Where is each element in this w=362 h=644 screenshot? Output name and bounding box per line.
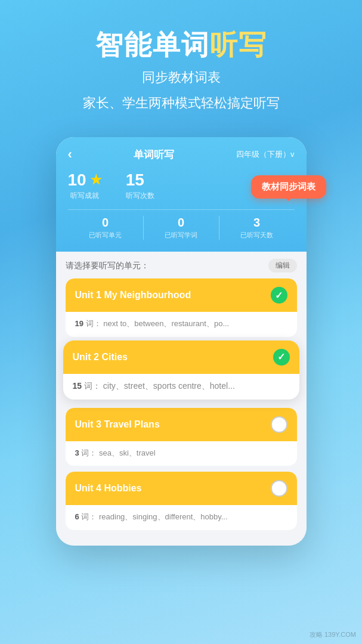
stat-days-done: 3 已听写天数 (219, 216, 295, 240)
unit2-words-preview: city、street、sports centre、hotel... (103, 381, 235, 391)
unit2-word-count: 15 (73, 381, 82, 391)
section-label: 请选择要听写的单元： (66, 261, 149, 271)
section-header: 请选择要听写的单元： 编辑 (66, 259, 297, 273)
unit1-check-icon: ✓ (271, 287, 287, 304)
stat-days-done-value: 3 (219, 216, 295, 230)
stat-words-done-label: 已听写学词 (144, 231, 219, 240)
stat-words-done-value: 0 (144, 216, 219, 230)
unit4-header[interactable]: Unit 4 Hobbies (66, 472, 297, 505)
tooltip-label: 教材同步词表 (262, 181, 315, 191)
stat-words-done: 0 已听写学词 (144, 216, 219, 240)
unit3-words-preview: sea、ski、travel (99, 448, 156, 457)
unit1-words: 19 词： next to、between、restaurant、po... (66, 312, 297, 337)
stat-units-done-label: 已听写单元 (68, 231, 143, 240)
stat-units-done-value: 0 (68, 216, 143, 230)
stat-count: 15 听写次数 (126, 171, 154, 201)
nav-title: 单词听写 (134, 148, 174, 162)
watermark: 攻略 139Y.COM (310, 630, 356, 639)
nav-grade: 四年级（下册）v (236, 149, 295, 160)
tooltip-badge: 教材同步词表 (251, 175, 326, 199)
stat-achievement-value: 10 ★ (68, 171, 102, 190)
stat-achievement-label: 听写成就 (68, 191, 102, 201)
unit4-word-count: 6 (75, 512, 79, 521)
unit-item-2[interactable]: Unit 2 Cities ✓ 15 词： city、street、sports… (63, 340, 299, 400)
stat-count-value: 15 (126, 171, 154, 190)
edit-button[interactable]: 编辑 (268, 259, 297, 273)
phone-nav: ‹ 单词听写 四年级（下册）v (68, 147, 295, 162)
unit4-words: 6 词： reading、singing、different、hobby... (66, 505, 297, 530)
unit1-name: Unit 1 My Neighbourhood (75, 290, 191, 301)
unit2-header[interactable]: Unit 2 Cities ✓ (63, 340, 299, 374)
unit2-words: 15 词： city、street、sports centre、hotel... (63, 374, 299, 400)
unit-item-1[interactable]: Unit 1 My Neighbourhood ✓ 19 词： next to、… (66, 278, 297, 337)
stat-achievement: 10 ★ 听写成就 (68, 171, 102, 201)
stats-secondary: 0 已听写单元 0 已听写学词 3 已听写天数 (68, 209, 295, 240)
hero-subtitle1: 同步教材词表 (18, 67, 344, 87)
stat-units-done: 0 已听写单元 (68, 216, 144, 240)
hero-title-part1: 智能单词 (95, 29, 210, 60)
star-icon: ★ (90, 172, 102, 188)
unit4-name: Unit 4 Hobbies (75, 483, 142, 494)
hero-title: 智能单词听写 (18, 29, 344, 61)
unit-item-4[interactable]: Unit 4 Hobbies 6 词： reading、singing、diff… (66, 472, 297, 530)
unit2-check-icon: ✓ (273, 349, 290, 366)
hero-title-part2: 听写 (210, 29, 267, 60)
unit3-name: Unit 3 Travel Plans (75, 419, 160, 430)
unit3-header[interactable]: Unit 3 Travel Plans (66, 408, 297, 441)
unit3-check-icon (271, 416, 287, 433)
unit-item-3[interactable]: Unit 3 Travel Plans 3 词： sea、ski、travel (66, 408, 297, 466)
unit4-words-preview: reading、singing、different、hobby... (99, 512, 228, 521)
unit1-words-preview: next to、between、restaurant、po... (103, 319, 229, 328)
stat-days-done-label: 已听写天数 (219, 231, 295, 240)
hero-section: 智能单词听写 同步教材词表 家长、学生两种模式轻松搞定听写 (0, 0, 362, 125)
content-area: 请选择要听写的单元： 编辑 Unit 1 My Neighbourhood ✓ … (56, 252, 307, 530)
back-arrow-icon[interactable]: ‹ (68, 147, 72, 162)
unit2-name: Unit 2 Cities (73, 352, 128, 363)
hero-subtitle2: 家长、学生两种模式轻松搞定听写 (18, 93, 344, 113)
unit1-header[interactable]: Unit 1 My Neighbourhood ✓ (66, 278, 297, 312)
unit4-check-icon (271, 480, 287, 497)
unit1-word-count: 19 (75, 319, 83, 328)
unit3-words: 3 词： sea、ski、travel (66, 441, 297, 466)
stat-count-label: 听写次数 (126, 191, 154, 201)
unit3-word-count: 3 (75, 448, 79, 457)
